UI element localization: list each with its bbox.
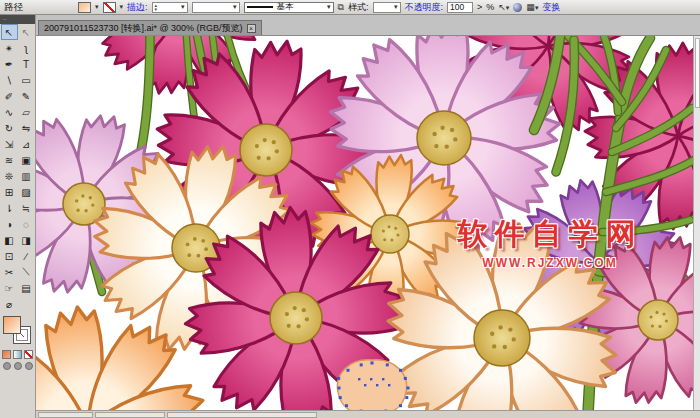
tool-warp[interactable]: ≋ (1, 152, 18, 168)
vertical-scrollbar[interactable] (693, 36, 700, 410)
tool-smooth[interactable]: ∿ (1, 104, 18, 120)
transform-link[interactable]: 变换 (542, 1, 560, 14)
tool-slice[interactable]: ∕ (18, 248, 35, 264)
tool-auto-trace[interactable]: ◌ (18, 216, 35, 232)
toolbox: ∙∙ ↖↖✴ʅ✒T∖▭✐✎∿▱↻⇋⇲⊿≋▣❊▥⊞▨⇂≒◑◌◧◨⊡∕✂⟍☞▤⌀ (0, 15, 36, 418)
screen-mode-row (0, 362, 35, 370)
tool-zoom[interactable]: ⌀ (1, 296, 18, 312)
opacity-label[interactable]: 不透明度: (405, 1, 444, 14)
status-info-box[interactable] (167, 412, 317, 418)
tool-gradient[interactable]: ▨ (18, 184, 35, 200)
width-profile-select[interactable]: ▾ (192, 2, 240, 13)
tool-reflect[interactable]: ⇋ (18, 120, 35, 136)
opacity-input[interactable]: 100 (447, 2, 473, 13)
tool-line-segment[interactable]: ∖ (1, 72, 18, 88)
brush-stroke-preview (247, 6, 273, 8)
tool-live-paint-selection[interactable]: ◨ (18, 232, 35, 248)
document-tab-title: 200791011523730 [转换].ai* @ 300% (RGB/预览) (44, 22, 243, 35)
tool-eyedropper[interactable]: ⇂ (1, 200, 18, 216)
paint-mode-row (0, 350, 35, 359)
artwork-svg (36, 36, 693, 410)
tool-knife[interactable]: ⟍ (18, 264, 35, 280)
tools-grid: ↖↖✴ʅ✒T∖▭✐✎∿▱↻⇋⇲⊿≋▣❊▥⊞▨⇂≒◑◌◧◨⊡∕✂⟍☞▤⌀ (0, 24, 35, 312)
tool-lasso[interactable]: ʅ (18, 40, 35, 56)
reference-point-icon[interactable]: ▦▾ (526, 2, 538, 12)
tool-shear[interactable]: ⊿ (18, 136, 35, 152)
tool-selection[interactable]: ↖ (1, 24, 18, 40)
fill-indicator-gradient[interactable] (3, 316, 21, 334)
stroke-weight-select[interactable]: ▴▾▾ (152, 2, 188, 13)
tool-path-eraser[interactable]: ▱ (18, 104, 35, 120)
tool-mesh[interactable]: ⊞ (1, 184, 18, 200)
tab-close-icon[interactable]: × (247, 24, 256, 33)
tool-rectangle[interactable]: ▭ (18, 72, 35, 88)
panel-title: 路径 (4, 1, 74, 14)
tool-page[interactable]: ▤ (18, 280, 35, 296)
stroke-caret-icon[interactable]: ▾ (120, 3, 124, 11)
select-similar-icon[interactable]: ↖▾ (498, 2, 509, 12)
scrollbar-thumb[interactable] (695, 38, 700, 108)
tool-measure[interactable]: ≒ (18, 200, 35, 216)
opacity-stepper[interactable]: > (477, 2, 482, 12)
artboard-nav-box[interactable] (95, 412, 165, 418)
tool-hand[interactable]: ☞ (1, 280, 18, 296)
control-bar: 路径 ▾ ▾ 描边: ▴▾▾ ▾ 基本▾ ⧉ 样式: ▾ 不透明度: 100 >… (0, 0, 700, 15)
style-select[interactable]: ▾ (373, 2, 401, 13)
tool-live-paint-bucket[interactable]: ◧ (1, 232, 18, 248)
fill-swatch[interactable] (78, 2, 91, 13)
none-button[interactable] (24, 350, 33, 359)
gradient-button[interactable] (13, 350, 22, 359)
tool-empty (18, 296, 35, 312)
fill-caret-icon[interactable]: ▾ (95, 3, 99, 11)
zoom-level-box[interactable] (38, 412, 93, 418)
tool-crop-area[interactable]: ⊡ (1, 248, 18, 264)
tool-magic-wand[interactable]: ✴ (1, 40, 18, 56)
tool-scissors[interactable]: ✂ (1, 264, 18, 280)
canvas[interactable]: 软件自学网 WWW.RJZXW.COM (36, 36, 700, 410)
style-label: 样式: (348, 1, 369, 14)
status-bar (36, 410, 700, 418)
illustrator-window: 路径 ▾ ▾ 描边: ▴▾▾ ▾ 基本▾ ⧉ 样式: ▾ 不透明度: 100 >… (0, 0, 700, 418)
tool-symbol-sprayer[interactable]: ❊ (1, 168, 18, 184)
brush-libraries-icon[interactable]: ⧉ (338, 2, 344, 13)
tool-pencil[interactable]: ✎ (18, 88, 35, 104)
fill-stroke-indicator (3, 316, 33, 346)
recolor-artwork-icon[interactable] (513, 3, 522, 12)
screen-mode-full-button[interactable] (25, 362, 33, 370)
tool-scale[interactable]: ⇲ (1, 136, 18, 152)
tool-free-transform[interactable]: ▣ (18, 152, 35, 168)
tool-pen[interactable]: ✒ (1, 56, 18, 72)
document-tab[interactable]: 200791011523730 [转换].ai* @ 300% (RGB/预览)… (38, 20, 262, 35)
screen-mode-menu-button[interactable] (14, 362, 22, 370)
tool-graph[interactable]: ▥ (18, 168, 35, 184)
screen-mode-normal-button[interactable] (3, 362, 11, 370)
stroke-weight-label[interactable]: 描边: (127, 1, 148, 14)
brush-name: 基本 (277, 1, 294, 13)
toolbox-drag-handle[interactable]: ∙∙ (0, 15, 35, 24)
tool-type[interactable]: T (18, 56, 35, 72)
percent-sign: % (486, 2, 494, 12)
stroke-none-swatch[interactable] (103, 2, 116, 13)
tool-blend[interactable]: ◑ (1, 216, 18, 232)
tool-paintbrush[interactable]: ✐ (1, 88, 18, 104)
brush-definition-select[interactable]: 基本▾ (244, 2, 334, 13)
tool-rotate[interactable]: ↻ (1, 120, 18, 136)
stroke-spinner-icon[interactable]: ▴▾ (155, 3, 158, 11)
tab-strip: 200791011523730 [转换].ai* @ 300% (RGB/预览)… (36, 15, 700, 36)
color-button[interactable] (2, 350, 11, 359)
tool-direct-selection[interactable]: ↖ (18, 24, 35, 40)
